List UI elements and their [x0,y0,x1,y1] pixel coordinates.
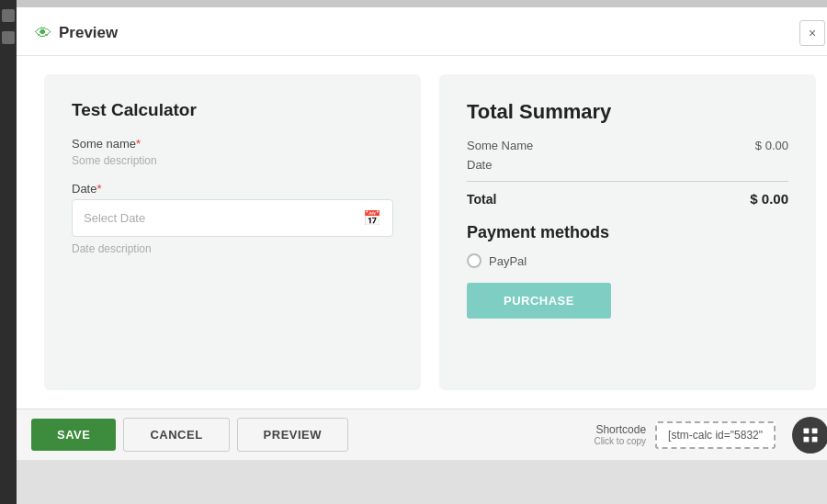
calculator-title: Test Calculator [72,100,393,120]
eye-icon: 👁 [35,24,51,43]
modal-body: Test Calculator Some name* Some descript… [17,56,827,409]
modal-title: Preview [59,24,118,42]
right-panel: Total Summary Some Name $ 0.00 Date Tota… [439,74,816,390]
paypal-label: PayPal [489,254,527,268]
preview-button[interactable]: PREVIEW [237,418,348,452]
total-summary-title: Total Summary [467,100,788,124]
grid-icon [801,426,820,444]
radio-paypal[interactable] [467,253,481,268]
close-button[interactable]: × [799,20,825,46]
summary-row-1: Some Name $ 0.00 [467,139,788,152]
total-row: Total $ 0.00 [467,191,788,207]
shortcode-section: Shortcode Click to copy [stm-calc id="58… [594,417,827,454]
modal-header-left: 👁 Preview [35,24,118,43]
date-placeholder: Select Date [84,211,363,225]
sidebar-icon-1 [2,9,15,22]
name-field-label: Some name* [72,137,393,151]
purchase-button[interactable]: PURCHASE [467,283,611,319]
total-amount: $ 0.00 [750,191,788,207]
total-label: Total [467,192,496,207]
payment-option-paypal[interactable]: PayPal [467,253,788,268]
date-description: Date description [72,242,393,255]
payment-methods-title: Payment methods [467,223,788,242]
date-field-label: Date* [72,182,393,196]
name-description: Some description [72,154,393,167]
left-panel: Test Calculator Some name* Some descript… [44,74,421,390]
svg-rect-3 [812,436,818,442]
date-input[interactable]: Select Date 📅 [72,199,393,237]
summary-divider [467,181,788,182]
save-button[interactable]: SAVE [31,419,116,451]
cancel-button[interactable]: CANCEL [123,418,229,452]
svg-rect-1 [812,428,818,433]
calendar-icon: 📅 [363,209,381,227]
shortcode-sub: Click to copy [594,436,646,446]
bottom-bar: SAVE CANCEL PREVIEW Shortcode Click to c… [17,409,827,460]
top-bar [17,0,827,7]
svg-rect-2 [804,436,810,442]
sidebar-strip [0,0,17,504]
summary-row-2: Date [467,158,788,172]
shortcode-label: Shortcode [594,423,646,436]
svg-rect-0 [804,428,810,433]
modal-header: 👁 Preview × [17,7,827,56]
sidebar-icon-2 [2,31,15,44]
shortcode-value[interactable]: [stm-calc id="5832" [655,421,776,449]
grid-icon-button[interactable] [792,417,827,454]
